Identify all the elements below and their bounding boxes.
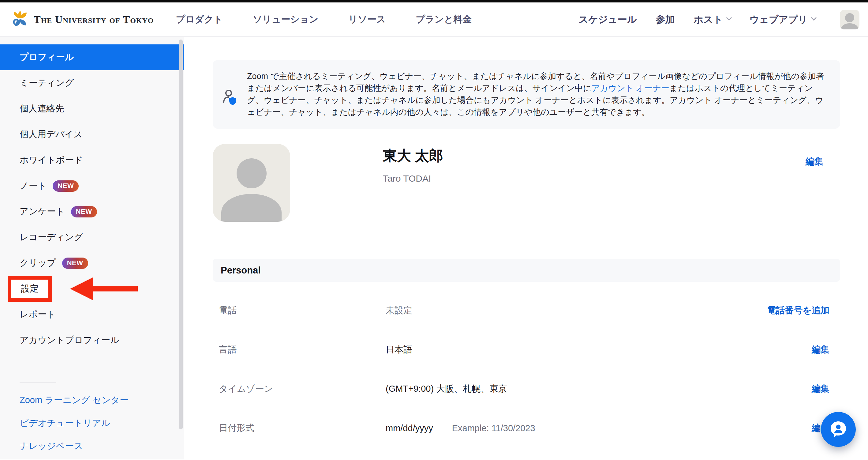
sidebar-item-label: アンケート: [20, 205, 65, 218]
sidebar-item[interactable]: レポート: [0, 302, 184, 327]
sidebar: プロフィール ミーティング 個人連絡先 個人用デバイス: [0, 37, 184, 459]
field-value: 未設定: [385, 305, 412, 317]
nav-action-item[interactable]: スケジュール: [579, 13, 637, 26]
sidebar-item-label: アカウントプロフィール: [20, 334, 119, 346]
nav-action-item[interactable]: ホスト: [693, 13, 730, 26]
nav-menu-item[interactable]: プロダクト: [176, 13, 223, 26]
profile-field-row: 言語 日本語 編集: [213, 330, 840, 369]
field-label: タイムゾーン: [213, 383, 385, 395]
sidebar-item[interactable]: アンケート NEW: [0, 199, 184, 225]
person-shield-icon: [213, 70, 247, 118]
field-value: mm/dd/yyyy: [385, 423, 433, 433]
nav-menu-item[interactable]: ソリューション: [253, 13, 318, 26]
nav-action-label: スケジュール: [579, 13, 637, 26]
sidebar-footer-link[interactable]: ナレッジベース: [0, 435, 184, 458]
chevron-down-icon: [811, 15, 816, 21]
sidebar-item[interactable]: 個人用デバイス: [0, 122, 184, 147]
new-badge: NEW: [53, 180, 79, 192]
sidebar-item[interactable]: 個人連絡先: [0, 96, 184, 122]
name-block: 東大 太郎 Taro TODAI: [383, 144, 443, 222]
profile-field-row: 電話 未設定 電話番号を追加: [213, 291, 840, 330]
sidebar-item[interactable]: プロフィール: [0, 45, 184, 70]
logo-text: The University of Tokyo: [34, 14, 154, 25]
nav-menu-item[interactable]: リソース: [348, 13, 385, 26]
sidebar-item-label: ミーティング: [20, 77, 74, 89]
personal-fields: 電話 未設定 電話番号を追加 言語 日本語 編集 タイムゾーン: [213, 291, 840, 448]
sidebar-item-label: ノート: [20, 180, 46, 192]
sidebar-item[interactable]: 設定: [0, 276, 184, 302]
field-label: 電話: [213, 305, 385, 317]
field-value: 日本語: [385, 344, 412, 356]
profile-field-row: 日付形式 mm/dd/yyyy Example: 11/30/2023 編集: [213, 408, 840, 448]
chat-person-icon: [829, 420, 848, 439]
support-chat-button[interactable]: [821, 412, 856, 447]
nav-action-item[interactable]: ウェブアプリ: [749, 13, 815, 26]
display-name: 東大 太郎: [383, 146, 443, 165]
new-badge: NEW: [62, 258, 88, 269]
sidebar-item[interactable]: ミーティング: [0, 70, 184, 96]
field-label: 日付形式: [213, 422, 385, 434]
sidebar-item-label: レコーディング: [20, 231, 83, 243]
sidebar-divider: [20, 382, 56, 382]
sidebar-footer-links: Zoom ラーニング センター ビデオチュートリアル ナレッジベース: [0, 389, 184, 458]
sidebar-item-label: 個人用デバイス: [20, 128, 83, 141]
chevron-down-icon: [726, 15, 732, 21]
nav-action-item[interactable]: 参加: [656, 13, 675, 26]
avatar-head-shape: [845, 13, 854, 22]
top-black-strip: [0, 0, 868, 2]
university-of-tokyo-logo[interactable]: The University of Tokyo: [11, 10, 154, 29]
new-badge: NEW: [71, 206, 97, 218]
sidebar-item-label: レポート: [20, 308, 56, 321]
field-example: Example: 11/30/2023: [452, 423, 535, 433]
sidebar-item-label: 個人連絡先: [20, 103, 64, 115]
sidebar-item-label: 設定: [8, 276, 52, 302]
nav-action-label: ウェブアプリ: [749, 13, 808, 26]
main-content: Zoom で主催されるミーティング、ウェビナー、チャット、またはチャネルに参加す…: [184, 37, 868, 459]
sidebar-footer-link[interactable]: ビデオチュートリアル: [0, 412, 184, 435]
sidebar-item-label: ホワイトボード: [20, 154, 83, 166]
profile-header: 東大 太郎 Taro TODAI 編集: [213, 144, 840, 222]
sidebar-menu: プロフィール ミーティング 個人連絡先 個人用デバイス: [0, 45, 184, 353]
sidebar-scrollbar-thumb[interactable]: [179, 39, 183, 429]
user-avatar[interactable]: [840, 10, 860, 29]
personal-section-title: Personal: [221, 265, 261, 276]
privacy-notice-text: Zoom で主催されるミーティング、ウェビナー、チャット、またはチャネルに参加す…: [247, 70, 828, 118]
profile-field-row: タイムゾーン (GMT+9:00) 大阪、札幌、東京 編集: [213, 369, 840, 408]
privacy-notice-panel: Zoom で主催されるミーティング、ウェビナー、チャット、またはチャネルに参加す…: [213, 60, 840, 128]
nav-menu-item[interactable]: プランと料金: [416, 13, 472, 26]
field-action-link[interactable]: 電話番号を追加: [767, 305, 840, 317]
sidebar-item-label: プロフィール: [20, 51, 74, 63]
avatar-head-shape: [237, 158, 267, 188]
ginkgo-leaf-icon: [11, 10, 29, 29]
avatar-body-shape: [221, 194, 282, 222]
sidebar-item-label: クリップ: [20, 257, 56, 269]
sidebar-item[interactable]: ホワイトボード: [0, 147, 184, 173]
field-action-link[interactable]: 編集: [812, 383, 840, 395]
sidebar-footer-link[interactable]: Zoom ラーニング センター: [0, 389, 184, 412]
nav-action-label: ホスト: [693, 13, 723, 26]
nav-left-menu: プロダクト ソリューション リソース プランと料金: [176, 13, 472, 26]
nav-right-menu: スケジュール 参加 ホスト ウェブアプリ: [579, 10, 860, 29]
field-value: (GMT+9:00) 大阪、札幌、東京: [385, 383, 507, 395]
field-label: 言語: [213, 344, 385, 356]
sidebar-item[interactable]: レコーディング: [0, 225, 184, 250]
page-layout: プロフィール ミーティング 個人連絡先 個人用デバイス: [0, 37, 868, 459]
sidebar-item[interactable]: アカウントプロフィール: [0, 327, 184, 353]
profile-edit-link[interactable]: 編集: [806, 155, 823, 168]
field-action-link[interactable]: 編集: [812, 344, 840, 356]
account-owner-link[interactable]: アカウント オーナー: [591, 84, 669, 93]
top-navigation: The University of Tokyo プロダクト ソリューション リソ…: [0, 2, 868, 37]
avatar-body-shape: [841, 23, 858, 29]
sidebar-item[interactable]: ノート NEW: [0, 173, 184, 199]
sidebar-item[interactable]: クリップ NEW: [0, 250, 184, 276]
personal-section-header: Personal: [213, 259, 840, 282]
romanized-name: Taro TODAI: [383, 173, 443, 184]
nav-action-label: 参加: [656, 13, 675, 26]
profile-avatar[interactable]: [213, 144, 290, 222]
